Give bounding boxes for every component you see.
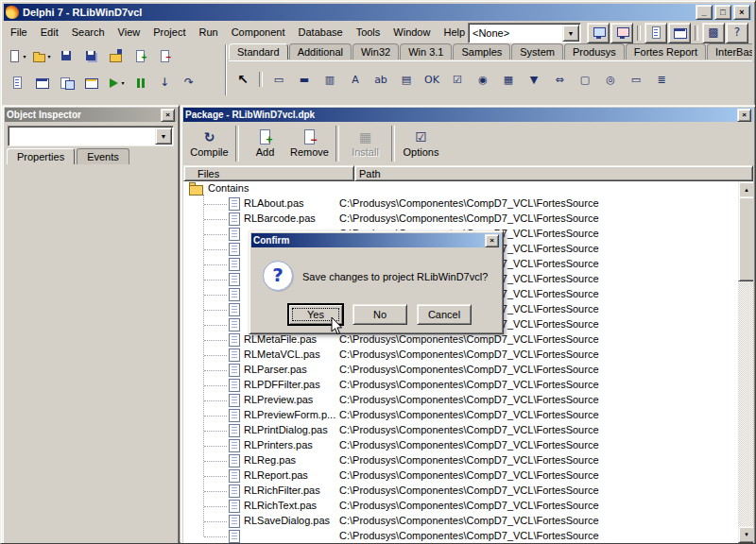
view-form-button[interactable] xyxy=(30,72,53,93)
edit-component-button[interactable]: ab xyxy=(369,67,393,92)
compile-button[interactable]: ↻Compile xyxy=(187,124,232,163)
tab-properties[interactable]: Properties xyxy=(7,148,75,164)
run-button[interactable]: ▾ xyxy=(104,72,127,93)
menu-item-run[interactable]: Run xyxy=(192,24,224,41)
menu-item-window[interactable]: Window xyxy=(387,24,437,41)
object-inspector-title-bar[interactable]: Object Inspector × xyxy=(5,108,177,122)
menu-item-file[interactable]: File xyxy=(4,24,34,41)
options-button[interactable]: ☑Options xyxy=(399,124,443,163)
minimize-button[interactable]: _ xyxy=(696,5,713,20)
palette-tab-samples[interactable]: Samples xyxy=(453,43,510,60)
combobox-component-button[interactable]: ▼ xyxy=(522,67,546,92)
path-column-header[interactable]: Path xyxy=(354,165,753,181)
scroll-down-icon[interactable]: ▼ xyxy=(738,526,753,543)
file-row[interactable]: RLBarcode.pasC:\Produsys\Componentes\Com… xyxy=(183,212,753,227)
palette-tab-win32[interactable]: Win32 xyxy=(352,43,399,60)
menu-item-component[interactable]: Component xyxy=(225,24,292,41)
close-button[interactable]: × xyxy=(733,5,750,20)
chevron-down-icon[interactable]: ▼ xyxy=(155,128,172,144)
palette-tab-additional[interactable]: Additional xyxy=(289,43,352,60)
memo-component-button[interactable]: ▤ xyxy=(394,67,419,92)
palette-tab-interbase[interactable]: InterBase xyxy=(707,43,752,60)
action-list-component-button[interactable]: ≣ xyxy=(649,67,674,92)
menu-item-help[interactable]: Help xyxy=(437,24,472,41)
close-icon[interactable]: × xyxy=(737,109,751,122)
file-row[interactable]: RLParser.pasC:\Produsys\Componentes\Comp… xyxy=(183,363,753,378)
chevron-down-icon[interactable]: ▾ xyxy=(23,53,26,60)
desktop-combo[interactable]: <None> ▼ xyxy=(468,23,581,43)
palette-tab-system[interactable]: System xyxy=(511,43,563,60)
chevron-down-icon[interactable]: ▾ xyxy=(47,53,50,60)
new-button[interactable]: ▾ xyxy=(6,45,28,66)
maximize-button[interactable]: □ xyxy=(714,5,731,20)
package-title-bar[interactable]: Package - RLibWinD7vcl.dpk × xyxy=(183,108,753,122)
new-items-button[interactable]: ▩ xyxy=(702,23,725,43)
file-row[interactable]: RLPreview.pasC:\Produsys\Componentes\Com… xyxy=(183,393,753,408)
save-desktop-button[interactable] xyxy=(587,23,610,43)
chevron-down-icon[interactable]: ▾ xyxy=(121,79,124,86)
listbox-component-button[interactable]: ▦ xyxy=(496,67,521,92)
toggle-form-unit-button[interactable] xyxy=(55,72,77,93)
pause-button[interactable] xyxy=(129,72,151,93)
palette-tab-win-3-1[interactable]: Win 3.1 xyxy=(400,43,452,60)
menu-item-database[interactable]: Database xyxy=(292,24,350,41)
save-button[interactable] xyxy=(55,45,77,66)
checkbox-component-button[interactable]: ☑ xyxy=(445,67,470,92)
install-button[interactable]: ▦Install xyxy=(343,124,387,163)
step-over-button[interactable]: ↷ xyxy=(178,72,200,93)
button-component-button[interactable]: OK xyxy=(420,67,444,92)
scrollbar-component-button[interactable]: ⇔ xyxy=(547,67,572,92)
open-project-button[interactable] xyxy=(104,45,127,66)
menu-item-tools[interactable]: Tools xyxy=(350,24,387,41)
menu-item-edit[interactable]: Edit xyxy=(34,24,65,41)
contains-node[interactable]: Contains xyxy=(183,181,753,196)
file-row[interactable]: RLRichText.pasC:\Produsys\Componentes\Co… xyxy=(183,499,753,514)
tab-events[interactable]: Events xyxy=(77,148,129,164)
file-row[interactable]: RLReg.pasC:\Produsys\Componentes\CompD7_… xyxy=(183,453,753,468)
vertical-scrollbar[interactable]: ▲ ▼ xyxy=(738,181,753,543)
debug-desktop-button[interactable] xyxy=(610,23,633,43)
file-row[interactable]: RLMetaFile.pasC:\Produsys\Componentes\Co… xyxy=(183,332,753,348)
palette-tab-produsys[interactable]: Produsys xyxy=(564,43,625,60)
save-all-button[interactable] xyxy=(79,45,102,66)
file-row[interactable]: C:\Produsys\Componentes\CompD7_VCL\Forte… xyxy=(183,529,753,543)
file-row[interactable]: RLSaveDialog.pasC:\Produsys\Componentes\… xyxy=(183,514,753,529)
file-row[interactable]: RLPreviewForm.p...C:\Produsys\Componente… xyxy=(183,408,753,423)
help-button[interactable]: ? xyxy=(726,23,748,43)
add-button[interactable]: Add xyxy=(243,124,287,163)
close-icon[interactable]: × xyxy=(485,234,499,247)
chevron-down-icon[interactable]: ▼ xyxy=(562,25,579,42)
frames-component-button[interactable]: ▭ xyxy=(266,67,291,92)
cancel-button[interactable]: Cancel xyxy=(417,304,472,325)
file-row[interactable]: RLPrintDialog.pasC:\Produsys\Componentes… xyxy=(183,423,753,438)
view-unit-button[interactable] xyxy=(6,72,28,93)
remove-button[interactable]: Remove xyxy=(287,124,332,163)
trace-into-button[interactable]: ↓ xyxy=(153,72,176,93)
groupbox-component-button[interactable]: ▢ xyxy=(573,67,597,92)
view-form-button[interactable] xyxy=(668,23,691,43)
popup-menu-component-button[interactable]: ▥ xyxy=(318,67,342,92)
radio-button-component-button[interactable]: ◉ xyxy=(471,67,495,92)
palette-tab-fortes-report[interactable]: Fortes Report xyxy=(626,43,706,60)
no-button[interactable]: No xyxy=(352,304,407,325)
files-column-header[interactable]: Files xyxy=(183,165,354,181)
menu-item-project[interactable]: Project xyxy=(146,24,192,41)
scroll-thumb[interactable] xyxy=(738,196,753,281)
main-menu-component-button[interactable]: ▬ xyxy=(292,67,317,92)
add-file-button[interactable] xyxy=(129,45,151,66)
radio-group-component-button[interactable]: ◎ xyxy=(598,67,623,92)
object-selector-combo[interactable]: ▼ xyxy=(8,126,174,146)
file-row[interactable]: RLRichFilter.pasC:\Produsys\Componentes\… xyxy=(183,484,753,499)
label-component-button[interactable]: A xyxy=(343,67,368,92)
pointer-component-button[interactable]: ↖ xyxy=(231,67,255,92)
panel-component-button[interactable]: ▭ xyxy=(624,67,648,92)
view-unit-button[interactable] xyxy=(644,23,667,43)
menu-item-search[interactable]: Search xyxy=(65,24,112,41)
file-row[interactable]: RLReport.pasC:\Produsys\Componentes\Comp… xyxy=(183,468,753,484)
file-row[interactable]: RLAbout.pasC:\Produsys\Componentes\CompD… xyxy=(183,196,753,212)
remove-file-button[interactable] xyxy=(153,45,176,66)
file-row[interactable]: RLPDFFilter.pasC:\Produsys\Componentes\C… xyxy=(183,378,753,393)
title-bar[interactable]: Delphi 7 - RLibWinD7vcl _ □ × xyxy=(4,4,752,21)
close-icon[interactable]: × xyxy=(161,109,175,122)
new-form-button[interactable] xyxy=(79,72,102,93)
